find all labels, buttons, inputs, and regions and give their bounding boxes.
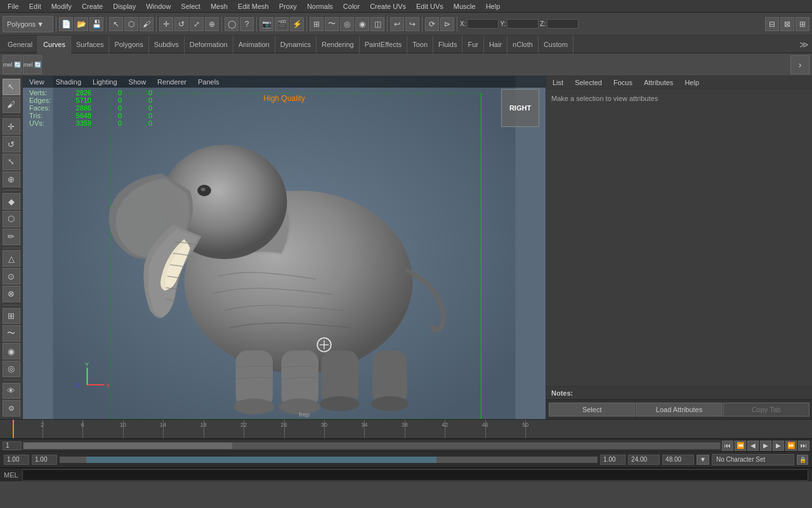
step-back-btn[interactable]: ⏪	[735, 441, 746, 451]
menu-modify[interactable]: Modify	[46, 1, 77, 11]
z-coord-input[interactable]	[547, 19, 579, 29]
tool5-btn[interactable]: △	[3, 250, 20, 267]
shelf-tab-fur[interactable]: Fur	[462, 36, 484, 53]
attr-menu-attributes[interactable]: Attributes	[641, 78, 676, 87]
visibility-btn[interactable]: 👁	[3, 383, 20, 399]
shelf-options-icon[interactable]: ≫	[798, 39, 809, 50]
step-fwd-btn[interactable]: ⏩	[785, 441, 797, 451]
char-set-dropdown-icon[interactable]: ▼	[697, 455, 709, 465]
render-icon[interactable]: 🎬	[275, 17, 289, 31]
range-end-field[interactable]	[628, 455, 660, 465]
menu-muscle[interactable]: Muscle	[449, 1, 481, 11]
vp-menu-shading[interactable]: Shading	[53, 77, 84, 86]
viewport[interactable]: View Shading Lighting Show Renderer Pane…	[23, 76, 546, 419]
vp-menu-lighting[interactable]: Lighting	[90, 77, 120, 86]
soft-mod-icon[interactable]: ◯	[225, 17, 239, 31]
grid-snap-btn[interactable]: ⊞	[3, 308, 20, 324]
attr-menu-selected[interactable]: Selected	[572, 78, 605, 87]
shelf-mel-icon-1[interactable]: mel 🔄	[3, 55, 22, 74]
shelf-tab-surfaces[interactable]: Surfaces	[71, 36, 109, 53]
menu-window[interactable]: Window	[141, 1, 176, 11]
move-tool-icon[interactable]: ✛	[159, 17, 173, 31]
tool-x-btn[interactable]: ⚙	[3, 400, 20, 417]
shelf-tab-curves[interactable]: Curves	[38, 36, 71, 53]
curve-snap-icon[interactable]: 〜	[325, 17, 339, 31]
playback-end-field[interactable]	[662, 455, 694, 465]
ipr-icon[interactable]: ⚡	[290, 17, 304, 31]
shelf-tab-hair[interactable]: Hair	[484, 36, 508, 53]
tool6-btn[interactable]: ⊙	[3, 268, 20, 284]
x-coord-input[interactable]	[467, 19, 499, 29]
attr-menu-help[interactable]: Help	[682, 78, 702, 87]
shelf-tab-general[interactable]: General	[3, 36, 38, 53]
vp-menu-view[interactable]: View	[27, 77, 47, 86]
shelf-tab-toon[interactable]: Toon	[407, 36, 433, 53]
vp-menu-panels[interactable]: Panels	[195, 77, 222, 86]
shelf-tab-deformation[interactable]: Deformation	[185, 36, 233, 53]
tool7-btn[interactable]: ⊗	[3, 286, 20, 302]
manip-btn[interactable]: ⊕	[3, 171, 20, 188]
shelf-tab-custom[interactable]: Custom	[539, 36, 573, 53]
next-frame-btn[interactable]: ▶	[773, 441, 784, 451]
current-frame-input[interactable]	[3, 441, 22, 450]
point-snap-icon[interactable]: ◉	[355, 17, 369, 31]
layout-icon-1[interactable]: ⊟	[765, 17, 779, 31]
timeline-ruler[interactable]: 261014182226303438424650	[0, 420, 812, 439]
select-button[interactable]: Select	[549, 403, 635, 417]
undo-icon[interactable]: ↩	[390, 17, 404, 31]
snapshot-icon[interactable]: 📷	[259, 17, 273, 31]
surface-snap-btn[interactable]: ◎	[3, 361, 20, 377]
history-icon[interactable]: ⟳	[425, 17, 439, 31]
shelf-tab-fluids[interactable]: Fluids	[433, 36, 462, 53]
menu-edit-uvs[interactable]: Edit UVs	[411, 1, 449, 11]
redo-icon[interactable]: ↪	[405, 17, 419, 31]
layout-icon-2[interactable]: ⊠	[780, 17, 794, 31]
menu-create[interactable]: Create	[77, 1, 108, 11]
show-manip-icon[interactable]: ?	[240, 17, 254, 31]
viewport-cube[interactable]: RIGHT	[501, 89, 539, 127]
menu-help[interactable]: Help	[481, 1, 506, 11]
save-scene-icon[interactable]: 💾	[89, 17, 103, 31]
lasso-btn[interactable]: ⬡	[3, 211, 20, 227]
open-scene-icon[interactable]: 📂	[74, 17, 88, 31]
poly-select-btn[interactable]: ◆	[3, 193, 20, 210]
scale-tool-icon[interactable]: ⤢	[190, 17, 204, 31]
rotate-btn[interactable]: ↺	[3, 136, 20, 152]
select-tool-btn[interactable]: ↖	[3, 79, 20, 95]
menu-mesh[interactable]: Mesh	[206, 1, 233, 11]
lasso-select-icon[interactable]: ⬡	[124, 17, 138, 31]
menu-proxy[interactable]: Proxy	[274, 1, 302, 11]
mode-dropdown[interactable]: Polygons ▼	[3, 16, 53, 32]
copy-tab-button[interactable]: Copy Tab	[723, 403, 809, 417]
shelf-tab-rendering[interactable]: Rendering	[317, 36, 360, 53]
play-btn[interactable]: ▶	[760, 441, 771, 451]
end-frame-field[interactable]	[32, 455, 57, 465]
output-icon[interactable]: ⊳	[440, 17, 454, 31]
scale-btn[interactable]: ⤡	[3, 154, 20, 170]
start-frame-field[interactable]	[4, 455, 29, 465]
vp-menu-renderer[interactable]: Renderer	[155, 77, 189, 86]
mel-input[interactable]	[22, 469, 808, 481]
menu-display[interactable]: Display	[108, 1, 141, 11]
paint-btn[interactable]: ✏	[3, 229, 20, 245]
curve-snap-btn[interactable]: 〜	[3, 325, 20, 342]
attr-menu-list[interactable]: List	[550, 78, 566, 87]
menu-color[interactable]: Color	[338, 1, 365, 11]
point-snap-btn[interactable]: ◉	[3, 343, 20, 359]
paint-select-icon[interactable]: 🖌	[140, 17, 154, 31]
move-btn[interactable]: ✛	[3, 118, 20, 135]
y-coord-input[interactable]	[507, 19, 539, 29]
menu-create-uvs[interactable]: Create UVs	[365, 1, 411, 11]
shelf-scroll-right-icon[interactable]: ›	[790, 55, 809, 74]
go-to-end-btn[interactable]: ⏭	[798, 441, 809, 451]
load-attributes-button[interactable]: Load Attributes	[636, 403, 722, 417]
prev-frame-btn[interactable]: ◀	[747, 441, 759, 451]
menu-file[interactable]: File	[3, 1, 24, 11]
attr-menu-focus[interactable]: Focus	[611, 78, 635, 87]
menu-edit[interactable]: Edit	[24, 1, 46, 11]
menu-normals[interactable]: Normals	[302, 1, 338, 11]
surface-snap-icon[interactable]: ◎	[340, 17, 354, 31]
shelf-tab-dynamics[interactable]: Dynamics	[275, 36, 317, 53]
menu-select[interactable]: Select	[176, 1, 206, 11]
range-start-field[interactable]	[600, 455, 625, 465]
